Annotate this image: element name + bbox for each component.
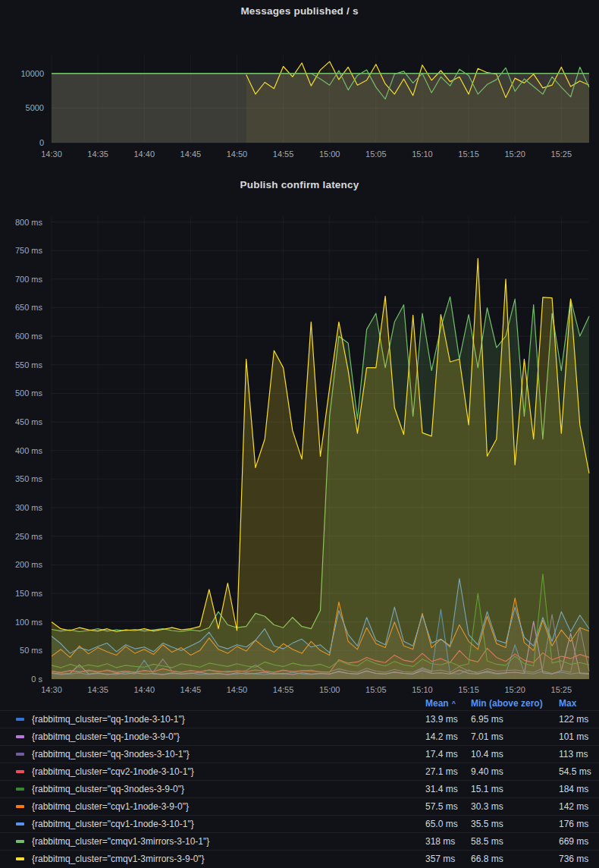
x-tick-label: 15:20: [504, 685, 525, 694]
x-tick-label: 14:35: [87, 149, 108, 159]
series-max-value: 54.5 ms: [559, 766, 599, 777]
series-max-value: 736 ms: [559, 854, 599, 864]
series-mean-value: 13.9 ms: [425, 714, 471, 725]
x-tick-label: 15:05: [365, 685, 387, 694]
series-mean-value: 17.4 ms: [425, 749, 471, 760]
series-max-value: 184 ms: [559, 784, 599, 794]
series-label[interactable]: {rabbitmq_cluster="qq-1node-3-10-1"}: [32, 714, 425, 725]
y-tick-label: 650 ms: [15, 303, 43, 312]
series-max-value: 669 ms: [559, 836, 599, 847]
series-min-value: 10.4 ms: [471, 749, 559, 760]
series-min-value: 35.5 ms: [471, 819, 559, 829]
y-tick-label: 450 ms: [15, 417, 43, 426]
series-color-swatch: [16, 857, 24, 860]
x-tick-label: 15:25: [551, 685, 572, 694]
legend-row[interactable]: {rabbitmq_cluster="cmqv1-3mirrors-3-9-0"…: [0, 850, 599, 867]
legend-rows: {rabbitmq_cluster="qq-1node-3-10-1"}13.9…: [0, 710, 599, 867]
series-label[interactable]: {rabbitmq_cluster="qq-1node-3-9-0"}: [32, 731, 425, 742]
legend-row[interactable]: {rabbitmq_cluster="qq-3nodes-3-10-1"}17.…: [0, 745, 599, 763]
series-max-value: 122 ms: [559, 714, 599, 725]
y-tick-label: 500 ms: [15, 388, 43, 398]
series-min-value: 9.40 ms: [471, 766, 559, 777]
y-tick-label: 250 ms: [15, 532, 43, 541]
y-tick-label: 100 ms: [15, 618, 43, 627]
x-tick-label: 14:40: [133, 685, 155, 694]
x-tick-label: 14:30: [41, 149, 62, 159]
x-tick-label: 14:30: [41, 685, 62, 694]
series-label[interactable]: {rabbitmq_cluster="cmqv1-3mirrors-3-10-1…: [32, 836, 425, 847]
x-tick-label: 15:25: [551, 149, 572, 159]
legend-row[interactable]: {rabbitmq_cluster="cqv1-1node-3-10-1"}65…: [0, 815, 599, 832]
y-tick-label: 10000: [20, 69, 44, 78]
y-tick-label: 200 ms: [15, 560, 43, 569]
y-tick-label: 300 ms: [15, 503, 43, 512]
series-label[interactable]: {rabbitmq_cluster="cqv1-1node-3-10-1"}: [32, 819, 425, 829]
series-color-swatch: [16, 788, 24, 791]
x-tick-label: 15:00: [319, 149, 340, 159]
series-color-swatch: [16, 753, 24, 756]
legend-sort-mean[interactable]: Mean^: [425, 698, 471, 709]
sort-asc-icon: ^: [452, 700, 456, 707]
series-max-value: 101 ms: [559, 731, 599, 742]
series-label[interactable]: {rabbitmq_cluster="qq-3nodes-3-10-1"}: [32, 749, 425, 760]
series-min-value: 58.5 ms: [471, 836, 559, 847]
x-tick-label: 14:55: [273, 685, 294, 694]
legend-row[interactable]: {rabbitmq_cluster="qq-3nodes-3-9-0"}31.4…: [0, 780, 599, 797]
series-max-value: 176 ms: [559, 819, 599, 829]
series-label[interactable]: {rabbitmq_cluster="cqv2-1node-3-10-1"}: [32, 766, 425, 777]
series-mean-value: 14.2 ms: [425, 731, 471, 742]
x-tick-label: 15:00: [319, 685, 340, 694]
legend-row[interactable]: {rabbitmq_cluster="cqv1-1node-3-9-0"}57.…: [0, 797, 599, 815]
legend-header: Mean^ Min (above zero) Max: [0, 697, 599, 710]
y-tick-label: 800 ms: [15, 218, 43, 227]
x-tick-label: 15:10: [412, 685, 433, 694]
x-tick-label: 15:10: [412, 149, 433, 159]
series-min-value: 6.95 ms: [471, 714, 559, 725]
series-mean-value: 27.1 ms: [425, 766, 471, 777]
series-mean-value: 57.5 ms: [425, 801, 471, 812]
legend-row[interactable]: {rabbitmq_cluster="qq-1node-3-10-1"}13.9…: [0, 710, 599, 728]
x-tick-label: 15:15: [458, 685, 479, 694]
series-label[interactable]: {rabbitmq_cluster="cqv1-1node-3-9-0"}: [32, 801, 425, 812]
series-color-swatch: [16, 822, 24, 826]
y-tick-label: 700 ms: [15, 275, 43, 284]
y-tick-label: 750 ms: [15, 246, 43, 255]
series-mean-value: 318 ms: [425, 836, 471, 847]
y-tick-label: 5000: [26, 103, 44, 112]
x-tick-label: 14:55: [273, 149, 294, 159]
y-tick-label: 0: [39, 138, 44, 147]
x-tick-label: 14:35: [87, 685, 108, 694]
legend-row[interactable]: {rabbitmq_cluster="cmqv1-3mirrors-3-10-1…: [0, 832, 599, 850]
series-min-value: 66.8 ms: [471, 854, 559, 864]
x-tick-label: 15:20: [504, 149, 525, 159]
series-mean-value: 357 ms: [425, 854, 471, 864]
x-tick-label: 15:05: [365, 149, 387, 159]
y-tick-label: 550 ms: [15, 360, 43, 370]
x-tick-label: 14:50: [227, 685, 248, 694]
y-tick-label: 350 ms: [15, 474, 43, 483]
legend-row[interactable]: {rabbitmq_cluster="cqv2-1node-3-10-1"}27…: [0, 763, 599, 780]
legend-table: Mean^ Min (above zero) Max {rabbitmq_clu…: [0, 697, 599, 867]
series-max-value: 142 ms: [559, 801, 599, 812]
dashboard: Messages published / s 050001000014:3014…: [0, 0, 599, 868]
series-label[interactable]: {rabbitmq_cluster="qq-3nodes-3-9-0"}: [32, 784, 425, 794]
series-label[interactable]: {rabbitmq_cluster="cmqv1-3mirrors-3-9-0"…: [32, 854, 425, 864]
series-min-value: 30.3 ms: [471, 801, 559, 812]
series-color-swatch: [16, 770, 24, 773]
series-color-swatch: [16, 805, 24, 808]
legend-sort-max[interactable]: Max: [559, 698, 599, 709]
legend-sort-min[interactable]: Min (above zero): [471, 698, 559, 709]
x-tick-label: 14:50: [227, 149, 248, 159]
series-mean-value: 31.4 ms: [425, 784, 471, 794]
y-tick-label: 0 s: [31, 675, 42, 684]
series-mean-value: 65.0 ms: [425, 819, 471, 829]
y-tick-label: 600 ms: [15, 332, 43, 341]
series-min-value: 7.01 ms: [471, 731, 559, 742]
x-tick-label: 14:45: [180, 149, 202, 159]
x-tick-label: 14:40: [133, 149, 155, 159]
messages-published-chart[interactable]: 050001000014:3014:3514:4014:4514:5014:55…: [0, 0, 599, 163]
legend-row[interactable]: {rabbitmq_cluster="qq-1node-3-9-0"}14.2 …: [0, 728, 599, 745]
publish-confirm-latency-chart[interactable]: 0 s50 ms100 ms150 ms200 ms250 ms300 ms35…: [0, 173, 599, 697]
series-max-value: 113 ms: [559, 749, 599, 760]
y-tick-label: 400 ms: [15, 446, 43, 455]
